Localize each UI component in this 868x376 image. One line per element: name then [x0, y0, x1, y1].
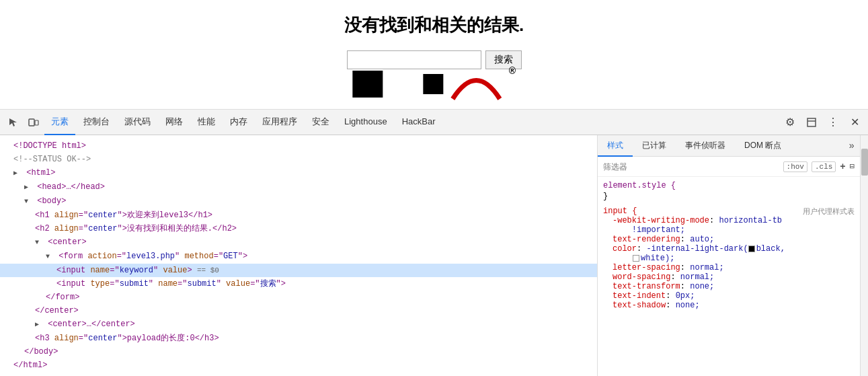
- logo-black-square-right: [423, 74, 443, 94]
- styles-tab-computed[interactable]: 已计算: [633, 135, 676, 157]
- dock-icon[interactable]: [802, 113, 821, 132]
- html-close-tag: </html>: [13, 361, 47, 370]
- tab-security[interactable]: 安全: [305, 110, 336, 135]
- html-h1-line: <h1 align="center">欢迎来到level3</h1>: [0, 209, 597, 222]
- html-html-line: ▶ <html>: [0, 166, 597, 180]
- prop-value7: 0px;: [676, 291, 695, 301]
- html-body-close-line: </body>: [0, 345, 597, 359]
- triangle-html[interactable]: ▶: [13, 167, 22, 180]
- form-tag: <form action="level3.php" method="GET">: [58, 252, 247, 261]
- styles-tab-dombreakpoints[interactable]: DOM 断点: [735, 135, 791, 157]
- scrollbar-track[interactable]: [861, 135, 868, 376]
- tab-memory[interactable]: 内存: [223, 110, 254, 135]
- tab-sources[interactable]: 源代码: [118, 110, 157, 135]
- html-center-open-line: ▼ <center>: [0, 235, 597, 250]
- text-shadow-prop: text-shadow: none;: [603, 301, 855, 310]
- form-close-tag: </form>: [46, 293, 79, 302]
- html-html-close-line: </html>: [0, 359, 597, 372]
- prop-name6: text-transform: [613, 282, 680, 291]
- prop-value8: none;: [676, 301, 700, 310]
- triangle-center[interactable]: ▼: [35, 237, 43, 249]
- center-close-tag: </center>: [35, 306, 79, 315]
- filter-input[interactable]: [603, 162, 779, 172]
- important-prop: !important;: [603, 225, 855, 235]
- scrollbar-thumb[interactable]: [861, 149, 868, 176]
- word-spacing-prop: word-spacing: normal;: [603, 272, 855, 282]
- html-input-keyword-line[interactable]: <input name="keyword" value> == $0: [0, 264, 597, 277]
- tab-network[interactable]: 网络: [159, 110, 190, 135]
- selected-marker: == $0: [197, 266, 219, 274]
- ua-label: 用户代理样式表: [803, 206, 855, 217]
- filter-toggle-icon[interactable]: ⊟: [850, 161, 855, 172]
- styles-tab-styles[interactable]: 样式: [598, 135, 633, 157]
- filter-hov-button[interactable]: :hov: [783, 161, 807, 172]
- tab-console[interactable]: 控制台: [77, 110, 116, 135]
- styles-tabs: 样式 已计算 事件侦听器 DOM 断点 »: [598, 135, 860, 157]
- triangle-form[interactable]: ▼: [46, 251, 54, 263]
- styles-panel: 样式 已计算 事件侦听器 DOM 断点 » :hov .cls + ⊟ elem…: [598, 135, 860, 376]
- h2-tag: <h2 align="center">没有找到和相关的结果.</h2>: [35, 224, 237, 233]
- element-style-rule: element.style { }: [603, 181, 855, 201]
- triangle-head[interactable]: ▶: [24, 182, 32, 194]
- webkit-writing-mode-prop: -webkit-writing-mode: horizontal-tb: [603, 216, 855, 225]
- devtools-right-icons: ⚙ ⋮ ✕: [781, 113, 864, 132]
- body-close-tag: </body>: [24, 347, 58, 356]
- html-comment-line: <!--STATUS OK-->: [0, 153, 597, 166]
- h3-tag: <h3 align="center">payload的长度:0</h3>: [35, 334, 219, 343]
- prop-name2: text-rendering: [613, 235, 680, 244]
- important-val: !important;: [613, 225, 685, 235]
- registered-symbol: ®: [509, 65, 516, 76]
- center-open-tag: <center>: [48, 237, 87, 247]
- prop-name: -webkit-writing-mode: [613, 216, 709, 225]
- triangle-center2[interactable]: ▶: [35, 319, 43, 331]
- logo-right: ®: [423, 65, 516, 102]
- cursor-icon[interactable]: [4, 113, 23, 132]
- logo-black-square-left: [352, 71, 383, 98]
- element-style-close: }: [603, 192, 855, 201]
- prop-value6: none;: [690, 282, 714, 291]
- html-form-line: ▼ <form action="level3.php" method="GET"…: [0, 250, 597, 264]
- html-center2-line: ▶ <center>…</center>: [0, 317, 597, 332]
- letter-spacing-prop: letter-spacing: normal;: [603, 263, 855, 272]
- body-open-tag: <body>: [37, 196, 66, 206]
- text-indent-prop: text-indent: 0px;: [603, 291, 855, 301]
- more-icon[interactable]: ⋮: [824, 113, 842, 132]
- html-form-close-line: </form>: [0, 291, 597, 304]
- browser-page: 没有找到和相关的结果. 搜索 ®: [0, 0, 868, 110]
- right-scrollbar[interactable]: [860, 135, 868, 376]
- filter-bar: :hov .cls + ⊟: [598, 157, 860, 177]
- html-body-open-line: ▼ <body>: [0, 194, 597, 209]
- tab-elements[interactable]: 元素: [44, 110, 75, 135]
- triangle-body[interactable]: ▼: [24, 196, 32, 208]
- svg-rect-2: [807, 118, 816, 126]
- html-h2-line: <h2 align="center">没有找到和相关的结果.</h2>: [0, 222, 597, 235]
- prop-name3: color: [613, 244, 637, 254]
- status-comment: <!--STATUS OK-->: [13, 155, 91, 164]
- head-tag: <head>…</head>: [37, 182, 105, 192]
- tab-performance[interactable]: 性能: [191, 110, 222, 135]
- filter-cls-button[interactable]: .cls: [812, 161, 836, 172]
- device-toggle-icon[interactable]: [24, 113, 43, 132]
- html-center-close-line: </center>: [0, 304, 597, 317]
- logo-area: ®: [352, 65, 516, 102]
- color-white-prop: white);: [603, 254, 855, 263]
- prop-name7: text-indent: [613, 291, 666, 301]
- input-selector: input {: [603, 206, 637, 216]
- devtools-toolbar: 元素 控制台 源代码 网络 性能 内存 应用程序 安全 Lighthouse H…: [0, 110, 868, 135]
- tab-application[interactable]: 应用程序: [255, 110, 304, 135]
- text-rendering-prop: text-rendering: auto;: [603, 235, 855, 244]
- styles-more-button[interactable]: »: [844, 135, 860, 156]
- input-selector-line: input { 用户代理样式表: [603, 206, 855, 216]
- styles-content: element.style { } input { 用户代理样式表 -webki…: [598, 177, 860, 376]
- html-panel[interactable]: <!DOCTYPE html> <!--STATUS OK--> ▶ <html…: [0, 135, 598, 376]
- input-keyword-tag: <input name="keyword" value>: [56, 266, 192, 275]
- filter-add-button[interactable]: +: [840, 161, 845, 172]
- settings-icon[interactable]: ⚙: [781, 113, 799, 132]
- prop-value2: auto;: [690, 235, 714, 244]
- tab-hackbar[interactable]: HackBar: [395, 110, 442, 135]
- svg-rect-1: [35, 120, 38, 125]
- styles-tab-eventlisteners[interactable]: 事件侦听器: [676, 135, 735, 157]
- element-style-selector: element.style {: [603, 181, 855, 190]
- close-icon[interactable]: ✕: [845, 113, 864, 132]
- tab-lighthouse[interactable]: Lighthouse: [338, 110, 394, 135]
